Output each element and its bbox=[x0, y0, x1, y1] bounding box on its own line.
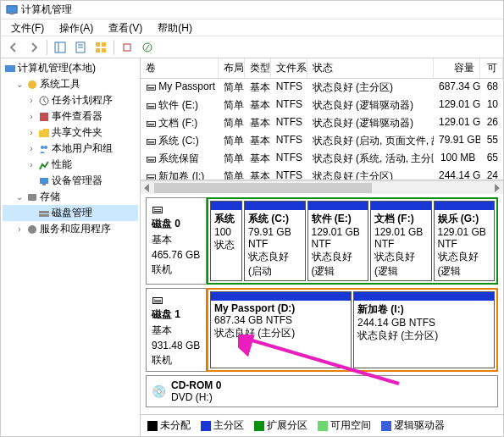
window-title: 计算机管理 bbox=[21, 3, 72, 17]
legend-extended: 扩展分区 bbox=[254, 418, 307, 433]
volume-box[interactable]: 系统 (C:)79.91 GB NTF状态良好 (启动 bbox=[244, 201, 306, 281]
menu-file[interactable]: 文件(F) bbox=[4, 19, 51, 36]
help-button[interactable] bbox=[138, 38, 157, 57]
disk-icon: 🖴 bbox=[152, 202, 201, 215]
cdrom-info[interactable]: 💿 CD-ROM 0 DVD (H:) bbox=[146, 375, 498, 407]
svg-rect-8 bbox=[102, 42, 106, 47]
svg-rect-2 bbox=[55, 42, 65, 53]
svg-rect-1 bbox=[9, 13, 14, 14]
col-capacity[interactable]: 容量 bbox=[434, 58, 480, 78]
tree-performance[interactable]: ›性能 bbox=[3, 157, 138, 173]
svg-rect-20 bbox=[42, 184, 46, 185]
volume-row[interactable]: 🖴 新加卷 (I:)简单基本NTFS状态良好 (主分区)244.14 GB24 bbox=[141, 168, 503, 180]
tree-devmgr[interactable]: ›设备管理器 bbox=[3, 173, 138, 189]
svg-rect-21 bbox=[28, 194, 36, 201]
svg-point-14 bbox=[28, 80, 36, 89]
back-button[interactable] bbox=[4, 38, 23, 57]
expander-icon[interactable]: ⌄ bbox=[14, 192, 25, 202]
grid-view-button[interactable] bbox=[91, 38, 110, 57]
volume-box[interactable]: 新加卷 (I:)244.14 GB NTFS状态良好 (主分区) bbox=[353, 291, 495, 368]
expander-icon[interactable]: › bbox=[26, 144, 36, 153]
tree-sharedfolders[interactable]: ›共享文件夹 bbox=[3, 124, 138, 141]
volume-row[interactable]: 🖴 软件 (E:)简单基本NTFS状态良好 (逻辑驱动器)129.01 GB10 bbox=[141, 97, 503, 114]
col-status[interactable]: 状态 bbox=[307, 58, 434, 78]
scrollbar-thumb[interactable] bbox=[154, 183, 372, 193]
svg-point-24 bbox=[28, 225, 36, 234]
svg-rect-0 bbox=[7, 5, 17, 13]
tree-eventviewer[interactable]: ›事件查看器 bbox=[3, 108, 138, 124]
tree-localusers[interactable]: ›本地用户和组 bbox=[3, 141, 138, 157]
menu-help[interactable]: 帮助(H) bbox=[151, 19, 199, 36]
volume-row[interactable]: 🖴 系统 (C:)简单基本NTFS状态良好 (启动, 页面文件, 故障转储, 主… bbox=[141, 132, 503, 150]
expander-icon[interactable]: ⌄ bbox=[14, 80, 25, 89]
app-icon bbox=[6, 4, 18, 16]
tree-diskmgmt[interactable]: ›磁盘管理 bbox=[3, 205, 138, 221]
expander-icon[interactable]: › bbox=[14, 224, 25, 234]
tree-systools[interactable]: ⌄系统工具 bbox=[3, 76, 138, 92]
expander-icon[interactable]: › bbox=[26, 160, 36, 169]
expander-icon[interactable]: › bbox=[26, 96, 36, 105]
properties-button[interactable] bbox=[71, 38, 90, 57]
svg-rect-16 bbox=[40, 113, 48, 121]
svg-rect-22 bbox=[39, 211, 49, 213]
menu-action[interactable]: 操作(A) bbox=[53, 19, 100, 36]
tree-root[interactable]: 计算机管理(本地) bbox=[3, 60, 138, 76]
disk-row-1[interactable]: 🖴 磁盘 1 基本 931.48 GB 联机 My Passport (D:)6… bbox=[146, 288, 498, 372]
volume-list[interactable]: 🖴 My Passport (D:)简单基本NTFS状态良好 (主分区)687.… bbox=[141, 79, 503, 180]
volume-box[interactable]: 系统100状态 bbox=[210, 201, 242, 281]
tree-taskscheduler[interactable]: ›任务计划程序 bbox=[3, 92, 138, 108]
forward-button[interactable] bbox=[25, 38, 43, 57]
navigation-tree[interactable]: 计算机管理(本地) ⌄系统工具 ›任务计划程序 ›事件查看器 ›共享文件夹 ›本… bbox=[1, 58, 141, 436]
svg-rect-23 bbox=[39, 214, 49, 217]
legend-free: 可用空间 bbox=[318, 418, 371, 433]
view-button[interactable] bbox=[51, 38, 69, 57]
menubar: 文件(F) 操作(A) 查看(V) 帮助(H) bbox=[1, 19, 503, 36]
legend: 未分配 主分区 扩展分区 可用空间 逻辑驱动器 bbox=[141, 414, 503, 436]
expander-icon[interactable]: › bbox=[26, 112, 36, 121]
volume-list-header[interactable]: 卷 布局 类型 文件系统 状态 容量 可 bbox=[141, 58, 503, 79]
legend-primary: 主分区 bbox=[201, 418, 244, 433]
expander-icon[interactable]: › bbox=[26, 128, 36, 137]
svg-rect-10 bbox=[102, 48, 106, 53]
legend-logical: 逻辑驱动器 bbox=[381, 418, 445, 433]
disk-icon: 🖴 bbox=[152, 292, 201, 306]
volume-box[interactable]: 文档 (F:)129.01 GB NTF状态良好 (逻辑 bbox=[370, 201, 432, 281]
col-fs[interactable]: 文件系统 bbox=[271, 58, 307, 78]
horizontal-scrollbar[interactable] bbox=[141, 180, 503, 194]
cdrom-icon: 💿 bbox=[152, 384, 166, 398]
col-layout[interactable]: 布局 bbox=[219, 58, 245, 78]
menu-view[interactable]: 查看(V) bbox=[102, 19, 149, 36]
volume-row[interactable]: 🖴 My Passport (D:)简单基本NTFS状态良好 (主分区)687.… bbox=[141, 79, 503, 97]
disk-graphical-view[interactable]: 🖴 磁盘 0 基本 465.76 GB 联机 系统100状态系统 (C:)79.… bbox=[141, 194, 503, 414]
volume-row[interactable]: 🖴 文档 (F:)简单基本NTFS状态良好 (逻辑驱动器)129.01 GB26 bbox=[141, 114, 503, 132]
col-volume[interactable]: 卷 bbox=[141, 58, 219, 78]
tree-storage[interactable]: ⌄存储 bbox=[3, 189, 138, 205]
volume-box[interactable]: 娱乐 (G:)129.01 GB NTF状态良好 (逻辑 bbox=[434, 201, 496, 281]
svg-rect-19 bbox=[40, 178, 48, 184]
svg-rect-9 bbox=[96, 48, 100, 53]
svg-point-17 bbox=[41, 146, 44, 149]
svg-point-18 bbox=[44, 146, 47, 149]
legend-unallocated: 未分配 bbox=[147, 418, 191, 433]
svg-rect-11 bbox=[124, 44, 130, 51]
disk0-info[interactable]: 🖴 磁盘 0 基本 465.76 GB 联机 bbox=[146, 197, 207, 285]
col-avail[interactable]: 可 bbox=[480, 58, 503, 78]
tree-services[interactable]: ›服务和应用程序 bbox=[3, 221, 138, 237]
svg-rect-13 bbox=[5, 65, 15, 72]
toolbar bbox=[1, 36, 503, 58]
volume-row[interactable]: 🖴 系统保留简单基本NTFS状态良好 (系统, 活动, 主分区)100 MB65 bbox=[141, 150, 503, 168]
svg-rect-7 bbox=[96, 42, 100, 47]
disk1-info[interactable]: 🖴 磁盘 1 基本 931.48 GB 联机 bbox=[146, 288, 207, 372]
volume-box[interactable]: 软件 (E:)129.01 GB NTF状态良好 (逻辑 bbox=[307, 201, 369, 281]
volume-box[interactable]: My Passport (D:)687.34 GB NTFS状态良好 (主分区) bbox=[210, 291, 352, 368]
col-type[interactable]: 类型 bbox=[245, 58, 271, 78]
disk-row-cdrom[interactable]: 💿 CD-ROM 0 DVD (H:) bbox=[146, 375, 498, 407]
settings-button[interactable] bbox=[118, 38, 136, 57]
disk-row-0[interactable]: 🖴 磁盘 0 基本 465.76 GB 联机 系统100状态系统 (C:)79.… bbox=[146, 197, 498, 285]
